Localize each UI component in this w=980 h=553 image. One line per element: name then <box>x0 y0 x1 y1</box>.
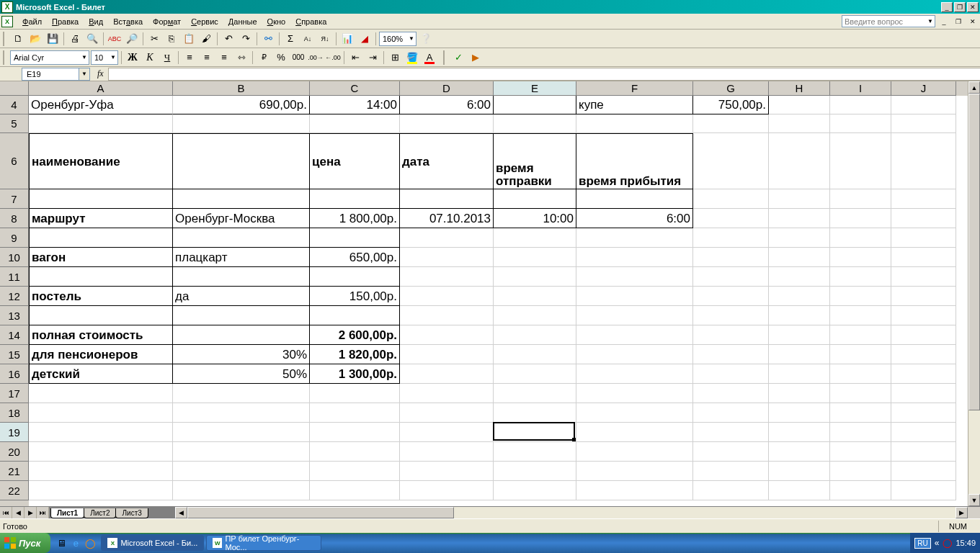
row-header-19[interactable]: 19 <box>0 423 29 442</box>
cell-E20[interactable] <box>494 442 576 462</box>
row-header-13[interactable]: 13 <box>0 306 29 325</box>
cell-B15[interactable]: 30% <box>173 345 310 364</box>
copy-button[interactable]: ⎘ <box>164 31 179 47</box>
cell-B17[interactable] <box>173 384 310 403</box>
row-header-6[interactable]: 6 <box>0 133 29 189</box>
horizontal-scrollbar[interactable]: ◀ ▶ <box>175 507 968 518</box>
cell-G19[interactable] <box>693 423 769 442</box>
cell-A15[interactable]: для пенсионеров <box>29 345 173 364</box>
cell-E7[interactable] <box>494 189 576 209</box>
cell-F7[interactable] <box>576 189 693 209</box>
cell-H8[interactable] <box>769 209 830 228</box>
cell-C6[interactable]: цена <box>310 133 400 189</box>
sheet-tab-Лист1[interactable]: Лист1 <box>50 508 84 518</box>
cell-E10[interactable] <box>494 248 576 267</box>
sheet-tab-Лист2[interactable]: Лист2 <box>84 508 116 518</box>
cell-D16[interactable] <box>400 364 494 384</box>
cell-E12[interactable] <box>494 287 576 306</box>
cell-I13[interactable] <box>830 306 891 325</box>
row-header-20[interactable]: 20 <box>0 442 29 462</box>
menu-file[interactable]: Файл <box>17 16 47 27</box>
cell-E19[interactable] <box>494 423 576 442</box>
cell-C4[interactable]: 14:00 <box>310 96 400 114</box>
row-header-14[interactable]: 14 <box>0 325 29 345</box>
cell-G21[interactable] <box>693 462 769 481</box>
cell-D18[interactable] <box>400 403 494 423</box>
sheet-next-button[interactable]: ▶ <box>24 507 37 518</box>
cell-D15[interactable] <box>400 345 494 364</box>
cell-A11[interactable] <box>29 267 173 287</box>
cell-J6[interactable] <box>891 133 956 189</box>
sheet-prev-button[interactable]: ◀ <box>12 507 24 518</box>
cell-H19[interactable] <box>769 423 830 442</box>
cell-J20[interactable] <box>891 442 956 462</box>
column-header-A[interactable]: A <box>29 81 173 96</box>
cell-G13[interactable] <box>693 306 769 325</box>
doc-minimize-button[interactable]: _ <box>938 17 950 27</box>
increase-indent-button[interactable]: ⇥ <box>365 50 380 66</box>
cell-H16[interactable] <box>769 364 830 384</box>
cell-F13[interactable] <box>576 306 693 325</box>
language-indicator[interactable]: RU <box>914 538 930 549</box>
cell-G14[interactable] <box>693 325 769 345</box>
cell-D20[interactable] <box>400 442 494 462</box>
column-header-B[interactable]: B <box>173 81 310 96</box>
row-header-9[interactable]: 9 <box>0 228 29 248</box>
cell-D14[interactable] <box>400 325 494 345</box>
row-header-18[interactable]: 18 <box>0 403 29 423</box>
column-header-I[interactable]: I <box>830 81 891 96</box>
cell-I22[interactable] <box>830 481 891 500</box>
cell-E9[interactable] <box>494 228 576 248</box>
cell-E8[interactable]: 10:00 <box>494 209 576 228</box>
cell-A9[interactable] <box>29 228 173 248</box>
cell-H14[interactable] <box>769 325 830 345</box>
cell-B9[interactable] <box>173 228 310 248</box>
row-header-7[interactable]: 7 <box>0 189 29 209</box>
cell-C12[interactable]: 150,00р. <box>310 287 400 306</box>
cell-I20[interactable] <box>830 442 891 462</box>
cell-B19[interactable] <box>173 423 310 442</box>
row-header-22[interactable]: 22 <box>0 481 29 500</box>
cell-F18[interactable] <box>576 403 693 423</box>
cell-D11[interactable] <box>400 267 494 287</box>
align-left-button[interactable]: ≡ <box>182 50 197 66</box>
cell-I19[interactable] <box>830 423 891 442</box>
cell-C11[interactable] <box>310 267 400 287</box>
cell-C16[interactable]: 1 300,00р. <box>310 364 400 384</box>
column-header-G[interactable]: G <box>693 81 769 96</box>
doc-close-button[interactable]: ✕ <box>967 17 979 27</box>
maximize-button[interactable]: ❐ <box>954 2 966 12</box>
cell-G18[interactable] <box>693 403 769 423</box>
cell-A16[interactable]: детский <box>29 364 173 384</box>
cell-C8[interactable]: 1 800,00р. <box>310 209 400 228</box>
cell-B18[interactable] <box>173 403 310 423</box>
decrease-indent-button[interactable]: ⇤ <box>347 50 363 66</box>
sheet-first-button[interactable]: ⏮ <box>0 507 12 518</box>
cell-E11[interactable] <box>494 267 576 287</box>
cell-J8[interactable] <box>891 209 956 228</box>
cell-J16[interactable] <box>891 364 956 384</box>
cell-G6[interactable] <box>693 133 769 189</box>
cell-J22[interactable] <box>891 481 956 500</box>
redo-button[interactable]: ↷ <box>238 31 254 47</box>
cell-G5[interactable] <box>693 114 769 133</box>
cell-A12[interactable]: постель <box>29 287 173 306</box>
cell-D12[interactable] <box>400 287 494 306</box>
cell-F22[interactable] <box>576 481 693 500</box>
cell-B13[interactable] <box>173 306 310 325</box>
player-icon[interactable]: ◯ <box>84 536 97 549</box>
cell-A4[interactable]: Оренбург-Уфа <box>29 96 173 114</box>
cell-E22[interactable] <box>494 481 576 500</box>
help-question-input[interactable]: Введите вопрос ▼ <box>842 15 935 27</box>
cell-J14[interactable] <box>891 325 956 345</box>
cell-G12[interactable] <box>693 287 769 306</box>
scroll-track[interactable] <box>968 410 980 494</box>
scroll-down-button[interactable]: ▼ <box>968 494 980 506</box>
cell-F15[interactable] <box>576 345 693 364</box>
cell-H22[interactable] <box>769 481 830 500</box>
row-header-12[interactable]: 12 <box>0 287 29 306</box>
tray-chevron-icon[interactable]: « <box>935 538 940 548</box>
chevron-down-icon[interactable]: ▼ <box>79 68 89 80</box>
column-header-D[interactable]: D <box>400 81 494 96</box>
sheet-tab-Лист3[interactable]: Лист3 <box>115 508 148 518</box>
